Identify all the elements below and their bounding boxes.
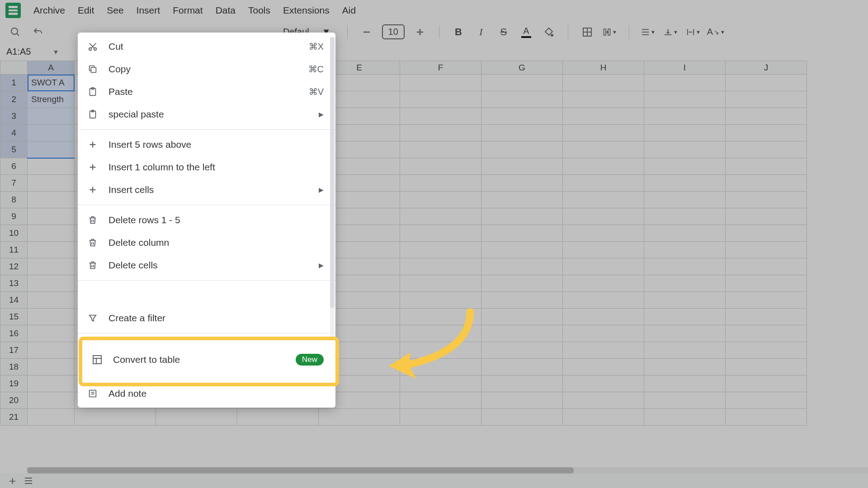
cell-F5[interactable] [400, 141, 481, 158]
cell-H5[interactable] [563, 141, 644, 158]
cell-H3[interactable] [563, 108, 644, 125]
cell-F17[interactable] [400, 342, 481, 359]
row-header-14[interactable]: 14 [0, 292, 28, 309]
cell-A20[interactable] [28, 392, 75, 409]
font-size-input[interactable]: 10 [382, 24, 405, 39]
menu-item-delete-column[interactable]: Delete column [78, 231, 335, 254]
menu-item-cut[interactable]: Cut⌘X [78, 35, 335, 58]
wrap-text-icon[interactable]: ▼ [686, 25, 701, 39]
cell-G6[interactable] [481, 158, 563, 175]
row-header-5[interactable]: 5 [0, 141, 28, 158]
v-align-icon[interactable]: ▼ [664, 25, 678, 39]
cell-I4[interactable] [644, 125, 726, 141]
cell-A18[interactable] [28, 359, 75, 375]
h-align-icon[interactable]: ▼ [641, 25, 656, 39]
bold-icon[interactable]: B [451, 25, 466, 39]
text-color-icon[interactable]: A [519, 25, 533, 39]
row-header-13[interactable]: 13 [0, 275, 28, 292]
cell-H14[interactable] [563, 292, 644, 309]
cell-F20[interactable] [400, 392, 481, 409]
fill-color-icon[interactable] [542, 25, 556, 39]
menu-item-insert-link[interactable]: Insert link [78, 337, 335, 360]
menu-item-add-note[interactable]: Add note [78, 382, 335, 405]
cell-G1[interactable] [481, 75, 563, 91]
cell-J13[interactable] [726, 275, 807, 292]
cell-J4[interactable] [726, 125, 807, 141]
name-box[interactable]: A1:A5 ▼ [5, 45, 61, 59]
cell-H16[interactable] [563, 325, 644, 342]
menu-insert[interactable]: Insert [137, 5, 160, 16]
cell-I20[interactable] [644, 392, 726, 409]
cell-F4[interactable] [400, 125, 481, 141]
cell-G5[interactable] [481, 141, 563, 158]
row-header-17[interactable]: 17 [0, 342, 28, 359]
cell-I13[interactable] [644, 275, 726, 292]
menu-format[interactable]: Format [173, 5, 203, 16]
merge-cells-icon[interactable]: ▼ [603, 25, 617, 39]
menu-item-special-paste[interactable]: special paste▶ [78, 103, 335, 126]
cell-I3[interactable] [644, 108, 726, 125]
cell-J19[interactable] [726, 375, 807, 392]
cell-A17[interactable] [28, 342, 75, 359]
cell-H10[interactable] [563, 225, 644, 242]
cell-H9[interactable] [563, 208, 644, 225]
cell-J9[interactable] [726, 208, 807, 225]
column-header-H[interactable]: H [563, 61, 644, 75]
cell-J11[interactable] [726, 242, 807, 258]
cell-F14[interactable] [400, 292, 481, 309]
cell-I21[interactable] [644, 409, 726, 426]
cell-J21[interactable] [726, 409, 807, 426]
undo-icon[interactable] [31, 25, 45, 39]
row-header-18[interactable]: 18 [0, 359, 28, 375]
increase-font-icon[interactable] [413, 25, 427, 39]
cell-I14[interactable] [644, 292, 726, 309]
cell-H7[interactable] [563, 175, 644, 192]
cell-I10[interactable] [644, 225, 726, 242]
menu-extensions[interactable]: Extensions [283, 5, 330, 16]
cell-A3[interactable] [28, 108, 75, 125]
cell-I17[interactable] [644, 342, 726, 359]
row-header-9[interactable]: 9 [0, 208, 28, 225]
cell-A5[interactable] [28, 141, 75, 158]
cell-H15[interactable] [563, 309, 644, 325]
cell-H1[interactable] [563, 75, 644, 91]
menu-archive[interactable]: Archive [33, 5, 65, 16]
cell-F10[interactable] [400, 225, 481, 242]
cell-I19[interactable] [644, 375, 726, 392]
cell-G8[interactable] [481, 192, 563, 208]
cell-F1[interactable] [400, 75, 481, 91]
menu-item-insert-5-rows-above[interactable]: Insert 5 rows above [78, 133, 335, 156]
cell-F8[interactable] [400, 192, 481, 208]
cell-G4[interactable] [481, 125, 563, 141]
cell-A8[interactable] [28, 192, 75, 208]
cell-G9[interactable] [481, 208, 563, 225]
cell-G7[interactable] [481, 175, 563, 192]
menu-item-insert-1-column-to-the-left[interactable]: Insert 1 column to the left [78, 156, 335, 178]
cell-H8[interactable] [563, 192, 644, 208]
cell-G15[interactable] [481, 309, 563, 325]
cell-A1[interactable]: SWOT A [28, 75, 75, 91]
decrease-font-icon[interactable] [359, 25, 374, 39]
cell-F12[interactable] [400, 258, 481, 275]
cell-F21[interactable] [400, 409, 481, 426]
menu-item-delete-cells[interactable]: Delete cells▶ [78, 254, 335, 277]
cell-H19[interactable] [563, 375, 644, 392]
cell-C21[interactable] [156, 409, 237, 426]
row-header-7[interactable]: 7 [0, 175, 28, 192]
cell-J2[interactable] [726, 91, 807, 108]
scrollbar-thumb[interactable] [27, 467, 574, 474]
cell-J16[interactable] [726, 325, 807, 342]
cell-F13[interactable] [400, 275, 481, 292]
cell-J5[interactable] [726, 141, 807, 158]
row-header-6[interactable]: 6 [0, 158, 28, 175]
all-sheets-icon[interactable] [24, 476, 33, 485]
cell-G12[interactable] [481, 258, 563, 275]
cell-A15[interactable] [28, 309, 75, 325]
cell-J8[interactable] [726, 192, 807, 208]
cell-F15[interactable] [400, 309, 481, 325]
cell-F18[interactable] [400, 359, 481, 375]
cell-A6[interactable] [28, 158, 75, 175]
cell-A10[interactable] [28, 225, 75, 242]
row-header-10[interactable]: 10 [0, 225, 28, 242]
cell-D21[interactable] [237, 409, 319, 426]
